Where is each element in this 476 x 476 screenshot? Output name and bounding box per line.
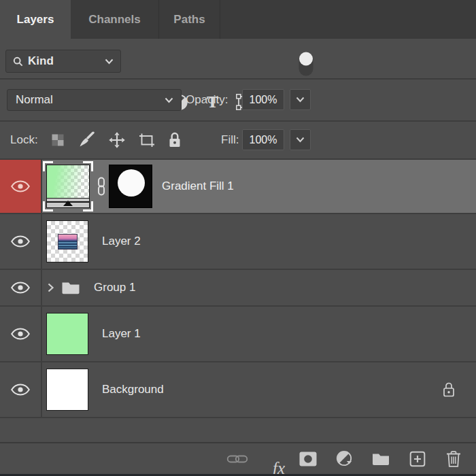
opacity-value: 100% — [250, 94, 277, 106]
layer-thumbnail[interactable] — [46, 220, 88, 262]
fill-dropdown-button[interactable] — [290, 129, 311, 150]
delete-layer-icon[interactable] — [446, 450, 462, 467]
layer-name[interactable]: Layer 1 — [102, 327, 141, 341]
fill-label: Fill: — [221, 133, 239, 147]
lock-all-icon[interactable] — [168, 132, 182, 149]
link-layers-icon[interactable] — [227, 453, 248, 464]
panel-tab-bar: Layers Channels Paths — [0, 0, 476, 39]
fill-value-field[interactable]: 100% — [242, 129, 284, 150]
lock-position-icon[interactable] — [109, 132, 126, 149]
mask-link-icon[interactable] — [96, 177, 107, 199]
tab-paths-label: Paths — [173, 13, 205, 27]
mask-circle-shape — [118, 169, 145, 197]
background-lock-icon[interactable] — [442, 381, 456, 398]
visibility-cell[interactable] — [0, 270, 42, 305]
filter-kind-dropdown[interactable]: Kind — [5, 50, 121, 73]
lock-pixels-brush-icon[interactable] — [78, 132, 95, 149]
opacity-value-field[interactable]: 100% — [242, 89, 284, 110]
layer-row-layer-2[interactable]: Layer 2 — [0, 214, 476, 269]
chevron-down-icon — [296, 137, 305, 143]
layer-row-background[interactable]: Background — [0, 362, 476, 417]
new-layer-icon[interactable] — [409, 450, 426, 467]
eye-icon — [10, 383, 31, 396]
thumbnail-image — [58, 234, 78, 250]
gradient-preview — [47, 165, 89, 199]
lock-artboard-icon[interactable] — [138, 132, 156, 148]
tab-layers-label: Layers — [17, 13, 54, 27]
layer-row-gradient-fill-1[interactable]: Gradient Fill 1 — [0, 160, 476, 213]
visibility-cell[interactable] — [0, 362, 42, 417]
layer-name[interactable]: Background — [102, 383, 164, 396]
layer-filter-toggle[interactable] — [298, 51, 314, 77]
opacity-label: Opacity: — [186, 93, 228, 107]
gradient-slider-bar — [47, 198, 89, 207]
new-adjustment-layer-icon[interactable] — [336, 450, 355, 468]
tab-channels-label: Channels — [88, 13, 141, 27]
blend-mode-value: Normal — [16, 93, 53, 107]
eye-icon — [10, 235, 31, 248]
panel-toolbar: fx — [0, 443, 476, 474]
chevron-down-icon — [105, 58, 114, 65]
blend-mode-dropdown[interactable]: Normal — [7, 89, 182, 111]
tab-layers[interactable]: Layers — [0, 0, 71, 39]
eye-icon — [10, 281, 31, 294]
lock-label: Lock: — [10, 133, 38, 147]
group-folder-icon — [61, 281, 80, 295]
chevron-down-icon — [165, 97, 173, 103]
blend-mode-row: Normal Opacity: 100% — [0, 80, 476, 120]
search-icon — [13, 56, 23, 67]
filter-kind-label: Kind — [28, 54, 54, 68]
fill-value: 100% — [250, 134, 277, 146]
lock-transparency-icon[interactable] — [50, 133, 65, 148]
layer-name[interactable]: Gradient Fill 1 — [162, 180, 234, 193]
add-layer-mask-icon[interactable] — [299, 451, 318, 466]
layer-thumbnail-selected[interactable] — [43, 161, 93, 211]
gradient-fill-thumbnail[interactable] — [46, 165, 90, 208]
layer-list: Gradient Fill 1 Layer 2 Group 1 — [0, 160, 476, 418]
eye-icon — [10, 327, 31, 341]
opacity-dropdown-button[interactable] — [290, 89, 311, 110]
layer-thumbnail[interactable] — [46, 369, 88, 411]
layer-name[interactable]: Layer 2 — [102, 235, 141, 248]
layer-filter-row: Kind T — [0, 39, 476, 78]
layer-thumbnail[interactable] — [46, 313, 88, 355]
chevron-down-icon — [296, 97, 305, 103]
lock-row: Lock: Fill: 100% — [0, 122, 476, 158]
visibility-cell[interactable] — [0, 214, 42, 269]
tab-channels[interactable]: Channels — [71, 0, 159, 39]
tab-paths[interactable]: Paths — [159, 0, 220, 39]
group-disclosure-chevron[interactable] — [47, 282, 54, 293]
visibility-cell[interactable] — [0, 307, 42, 361]
layer-row-group-1[interactable]: Group 1 — [0, 270, 476, 305]
layer-name[interactable]: Group 1 — [94, 281, 135, 294]
new-group-icon[interactable] — [372, 452, 390, 466]
gradient-stop-marker — [63, 201, 73, 206]
visibility-cell[interactable] — [0, 160, 42, 213]
layer-mask-thumbnail[interactable] — [109, 165, 152, 208]
eye-icon — [10, 180, 31, 193]
layers-panel: Layers Channels Paths Kind T — [0, 0, 476, 476]
layer-row-layer-1[interactable]: Layer 1 — [0, 307, 476, 361]
